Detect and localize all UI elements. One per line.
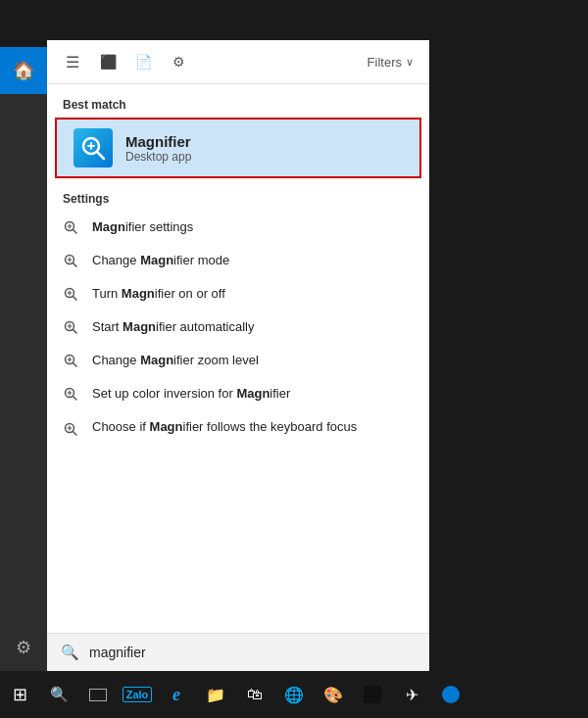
settings-item-4-text: Start Magnifier automatically [92, 318, 254, 336]
bold-part-6: Magn [236, 386, 270, 401]
settings-icon: ⚙ [16, 637, 31, 658]
taskbar: ⊞ 🔍 Zalo e 📁 🛍 🌐 🎨 ✈ [0, 671, 588, 718]
best-match-text: Magnifier Desktop app [125, 133, 191, 164]
zalo-button[interactable]: Zalo [118, 671, 157, 718]
doc-icon: 📄 [135, 54, 152, 70]
suffix-part-2: ifier mode [173, 253, 229, 267]
store-button[interactable]: 🛍 [235, 671, 274, 718]
suffix-part-6: ifier [270, 386, 290, 401]
magnifier-search-icon-7 [63, 421, 82, 440]
svg-line-17 [74, 330, 77, 334]
left-sidebar: 🏠 ⚙ [0, 47, 47, 671]
settings-item-5-text: Change Magnifier zoom level [92, 352, 259, 369]
zalo-label: Zalo [122, 687, 153, 702]
sidebar-settings-button[interactable]: ⚙ [0, 624, 47, 671]
settings-item-3[interactable]: Turn Magnifier on or off [47, 278, 429, 311]
task-view-button[interactable] [78, 671, 118, 718]
sidebar-home-button[interactable]: 🏠 [0, 47, 47, 94]
svg-line-21 [74, 363, 77, 367]
settings-item-2-text: Change Magnifier mode [92, 252, 229, 269]
edge-button[interactable]: e [157, 671, 196, 718]
app-name-suffix: ifier [164, 133, 191, 150]
app-name-bold: Magn [125, 133, 164, 150]
suffix-part-4: ifier automatically [156, 319, 254, 334]
app1-button[interactable] [353, 671, 392, 718]
bold-part-5: Magn [140, 353, 173, 367]
chevron-down-icon: ∨ [406, 56, 414, 69]
magnifier-search-icon-2 [63, 253, 82, 271]
magnifier-search-icon-5 [63, 353, 82, 371]
settings-item-3-text: Turn Magnifier on or off [92, 285, 225, 303]
search-input-value[interactable]: magnifier [89, 645, 416, 660]
bold-part-4: Magn [122, 319, 156, 334]
svg-line-5 [74, 230, 77, 234]
bold-part-7: Magn [150, 419, 183, 434]
hamburger-icon: ☰ [66, 53, 79, 72]
magnifier-search-icon-3 [63, 286, 82, 305]
settings-item-5[interactable]: Change Magnifier zoom level [47, 345, 429, 378]
taskbar-search-icon: 🔍 [50, 686, 69, 703]
explorer-icon: 📁 [206, 686, 225, 704]
best-match-subtitle: Desktop app [125, 150, 191, 164]
settings-item-1[interactable]: Magnifier settings [47, 212, 429, 245]
paint-icon: 🎨 [323, 686, 343, 704]
best-match-label: Best match [47, 94, 429, 118]
start-icon: ⊞ [13, 684, 27, 705]
magnifier-search-icon-6 [63, 386, 82, 405]
svg-line-13 [74, 297, 77, 301]
svg-line-1 [97, 152, 104, 159]
app-icon-container [73, 127, 114, 168]
panel-doc-button[interactable]: 📄 [127, 46, 159, 77]
taskbar-search-button[interactable]: 🔍 [39, 671, 78, 718]
home-icon: 🏠 [13, 60, 34, 81]
filters-button[interactable]: Filters ∨ [368, 55, 414, 70]
store-icon: 🛍 [247, 686, 263, 703]
settings-section-label: Settings [47, 188, 429, 212]
search-icon: 🔍 [61, 644, 79, 661]
start-button[interactable]: ⊞ [0, 671, 39, 718]
filters-label: Filters [368, 55, 402, 70]
browser2-button[interactable]: 🌐 [274, 671, 314, 718]
settings-item-7[interactable]: Choose if Magnifier follows the keyboard… [47, 411, 429, 447]
suffix-part-1: ifier settings [125, 219, 193, 234]
hamburger-button[interactable]: ☰ [57, 46, 88, 77]
magnifier-app-icon [74, 128, 113, 168]
bold-part-3: Magn [122, 286, 155, 301]
gear-icon: ⚙ [172, 54, 185, 70]
bold-part-1: Magn [92, 219, 125, 234]
app3-button[interactable] [431, 671, 470, 718]
search-box: 🔍 magnifier [47, 633, 429, 671]
edge-icon: e [172, 685, 180, 705]
magnifier-search-icon-4 [63, 319, 82, 338]
suffix-part-7: ifier follows the keyboard focus [183, 419, 358, 434]
panel-windows-button[interactable]: ⬛ [92, 46, 123, 77]
svg-line-9 [74, 263, 77, 267]
svg-line-29 [74, 432, 77, 436]
panel-gear-button[interactable]: ⚙ [163, 46, 194, 77]
app3-icon [442, 686, 460, 703]
best-match-name: Magnifier [125, 133, 191, 150]
settings-item-7-text: Choose if Magnifier follows the keyboard… [92, 418, 357, 436]
windows-icon: ⬛ [100, 54, 117, 70]
task-view-icon [89, 689, 107, 701]
settings-item-6[interactable]: Set up color inversion for Magnifier [47, 378, 429, 411]
app1-icon [364, 686, 381, 703]
svg-line-25 [74, 397, 77, 401]
paint-button[interactable]: 🎨 [314, 671, 353, 718]
bold-part-2: Magn [140, 253, 173, 267]
browser2-icon: 🌐 [284, 686, 304, 704]
search-panel: ☰ ⬛ 📄 ⚙ Filters ∨ Best match [47, 40, 429, 671]
best-match-item[interactable]: Magnifier Desktop app [55, 118, 421, 178]
app2-icon: ✈ [406, 686, 418, 704]
magnifier-search-icon-1 [63, 219, 82, 238]
suffix-part-3: ifier on or off [155, 286, 225, 301]
panel-toolbar: ☰ ⬛ 📄 ⚙ Filters ∨ [47, 40, 429, 84]
settings-item-6-text: Set up color inversion for Magnifier [92, 385, 290, 403]
settings-item-2[interactable]: Change Magnifier mode [47, 245, 429, 278]
settings-item-1-text: Magnifier settings [92, 218, 193, 236]
suffix-part-5: ifier zoom level [173, 353, 259, 367]
panel-content: Best match Magnifier Desktop app [47, 84, 429, 633]
app2-button[interactable]: ✈ [392, 671, 431, 718]
settings-item-4[interactable]: Start Magnifier automatically [47, 311, 429, 345]
explorer-button[interactable]: 📁 [196, 671, 235, 718]
